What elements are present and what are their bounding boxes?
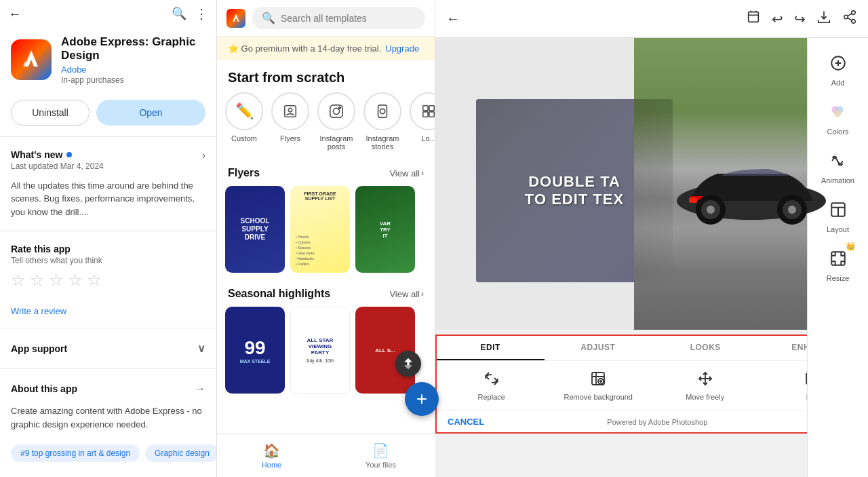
write-review-link[interactable]: Write a review: [11, 306, 66, 316]
resize-icon: [829, 250, 847, 271]
tab-looks[interactable]: LOOKS: [652, 336, 760, 360]
tab-edit[interactable]: EDIT: [437, 336, 545, 360]
star-rating: ☆ ☆ ☆ ☆ ☆: [11, 271, 205, 290]
right-top-right: ↩ ↪: [746, 9, 857, 28]
svg-point-31: [834, 110, 842, 117]
svg-rect-33: [831, 252, 845, 265]
premium-banner: ⭐ Go premium with a 14-day free trial. U…: [217, 37, 435, 60]
add-label: Add: [831, 79, 845, 87]
open-button[interactable]: Open: [96, 100, 205, 126]
flyer-template-3[interactable]: VARTRYIT: [355, 186, 415, 273]
colors-item[interactable]: Colors: [823, 98, 853, 141]
divider-4: [0, 368, 216, 369]
more-label: Lo...: [421, 134, 435, 142]
adobe-logo: [226, 9, 245, 28]
move-fab-button[interactable]: [395, 351, 421, 377]
canvas-edit-text: DOUBLE TATO EDIT TEX: [525, 173, 624, 208]
colors-label: Colors: [827, 128, 849, 136]
tab-adjust[interactable]: ADJUST: [545, 336, 652, 360]
back-arrow-icon[interactable]: ←: [446, 11, 460, 26]
flyers-label: Flyers: [280, 134, 300, 142]
upgrade-link[interactable]: Upgrade: [385, 43, 419, 54]
cancel-button[interactable]: CANCEL: [448, 417, 484, 427]
history-icon[interactable]: [746, 9, 761, 28]
svg-point-13: [852, 11, 856, 15]
flyers-view-all[interactable]: View all ›: [389, 168, 424, 178]
about-section-header[interactable]: About this app →: [0, 373, 216, 404]
right-sidebar: Add Colors Animation: [807, 38, 868, 477]
tool-remove-bg[interactable]: Remove background: [547, 365, 651, 406]
seasonal-template-2[interactable]: ALL STARVIEWINGPARTY July 4th, 10th: [290, 307, 350, 394]
more-templates-icon: [410, 92, 435, 130]
star-3[interactable]: ☆: [49, 271, 64, 290]
badge-1[interactable]: #9 top grossing in art & design: [11, 444, 140, 462]
app-support-section[interactable]: App support ∨: [0, 332, 216, 364]
svg-rect-24: [689, 197, 697, 203]
download-icon[interactable]: [816, 9, 831, 28]
undo-icon[interactable]: ↩: [772, 11, 783, 27]
seasonal-view-all-arrow-icon: ›: [421, 289, 424, 299]
right-top-left: ←: [446, 11, 460, 26]
right-panel: ← ↩ ↪: [435, 0, 868, 477]
svg-point-20: [707, 206, 715, 214]
developer-name[interactable]: Adobe: [61, 64, 205, 75]
powered-by-text: Powered by Adobe Photoshop: [607, 418, 707, 426]
middle-header: 🔍: [217, 0, 435, 37]
flyer-template-2[interactable]: FIRST GRADESUPPLY LIST • Pencils • Crayo…: [290, 186, 350, 273]
nav-your-files[interactable]: 📄 Your files: [326, 434, 435, 477]
nav-home[interactable]: 🏠 Home: [217, 434, 326, 477]
svg-rect-9: [429, 106, 434, 111]
more-icon-item[interactable]: Lo...: [408, 92, 435, 151]
star-4[interactable]: ☆: [68, 271, 83, 290]
badge-2[interactable]: Graphic design: [145, 444, 216, 462]
start-from-scratch-title: Start from scratch: [217, 60, 435, 92]
view-all-arrow-icon: ›: [421, 168, 424, 178]
write-review: Write a review: [0, 298, 216, 324]
tool-replace[interactable]: Replace: [439, 365, 544, 406]
search-input[interactable]: [281, 13, 416, 24]
in-app-purchases: In-app purchases: [61, 75, 205, 85]
uninstall-button[interactable]: Uninstall: [11, 100, 90, 126]
star-1[interactable]: ☆: [11, 271, 26, 290]
files-label: Your files: [366, 461, 396, 469]
star-5[interactable]: ☆: [87, 271, 102, 290]
new-dot: [66, 152, 72, 157]
star-2[interactable]: ☆: [30, 271, 45, 290]
rate-section: Rate this app Tell others what you think…: [0, 235, 216, 298]
search-bar[interactable]: 🔍: [252, 7, 425, 29]
flyer-template-1[interactable]: SCHOOLSUPPLYDRIVE: [225, 186, 285, 273]
tool-move-freely[interactable]: Move freely: [653, 365, 757, 406]
remove-bg-icon: [590, 370, 606, 390]
more-options-icon[interactable]: ⋮: [195, 5, 208, 22]
seasonal-view-all[interactable]: View all ›: [389, 289, 424, 299]
redo-icon[interactable]: ↪: [794, 11, 806, 27]
whats-new-arrow[interactable]: ›: [202, 149, 205, 161]
instagram-posts-icon-item[interactable]: Instagram posts: [316, 92, 357, 151]
search-icon[interactable]: 🔍: [172, 6, 186, 21]
rate-title: Rate this app: [11, 244, 205, 254]
resize-item[interactable]: 👑 Resize: [823, 244, 854, 288]
seasonal-template-1[interactable]: 99 MAX STEELE: [225, 307, 285, 394]
seasonal-template-3[interactable]: ALL S...: [355, 307, 415, 394]
back-icon[interactable]: ←: [8, 6, 22, 22]
last-updated: Last updated Mar 4, 2024: [11, 161, 104, 171]
share-icon-top[interactable]: [842, 9, 857, 28]
files-icon: 📄: [372, 442, 389, 459]
template-icon-row: ✏️ Custom Flyers Instagram posts: [217, 92, 435, 160]
about-arrow-icon: →: [195, 383, 205, 395]
instagram-stories-icon-item[interactable]: Instagram stories: [362, 92, 403, 151]
svg-rect-6: [378, 105, 387, 117]
add-fab-button[interactable]: +: [405, 382, 439, 416]
canvas-preview[interactable]: DOUBLE TATO EDIT TEX: [476, 99, 673, 282]
chevron-down-icon: ∨: [197, 342, 205, 355]
custom-icon-item[interactable]: ✏️ Custom: [224, 92, 264, 151]
top-bar: ← 🔍 ⋮: [0, 0, 216, 27]
svg-point-7: [380, 109, 384, 113]
move-freely-icon: [697, 370, 713, 390]
photo-editor-bottom: EDIT ADJUST LOOKS ENHANCE Replace: [435, 335, 868, 434]
premium-text: ⭐ Go premium with a 14-day free trial.: [228, 43, 381, 54]
instagram-posts-icon: [317, 92, 355, 130]
add-item[interactable]: Add: [825, 49, 851, 92]
add-icon: [829, 54, 847, 76]
flyers-icon-item[interactable]: Flyers: [270, 92, 311, 151]
